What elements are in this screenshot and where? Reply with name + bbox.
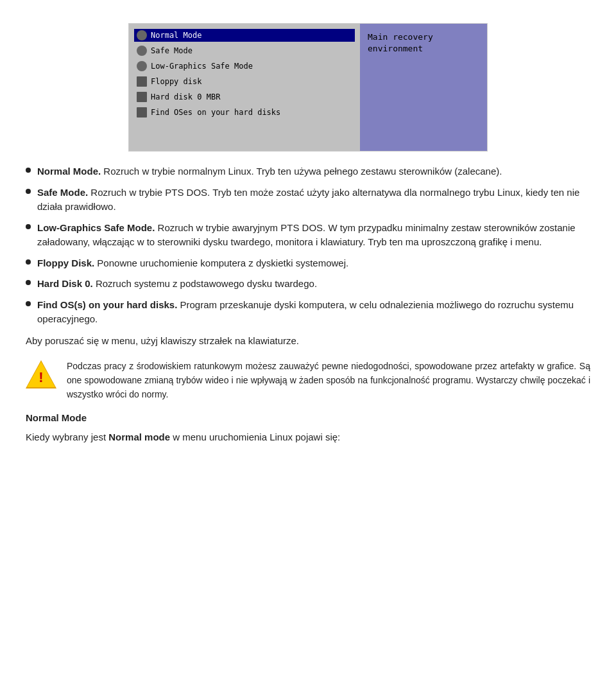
final-text: Kiedy wybrany jest Normal mode w menu ur… xyxy=(26,430,590,445)
bullet-term-5: Find OS(s) on your hard disks. xyxy=(37,299,177,310)
bullet-term-4: Hard Disk 0. xyxy=(37,278,93,289)
bullet-text-0: Normal Mode. Rozruch w trybie normalnym … xyxy=(37,164,502,179)
warning-icon: ! xyxy=(26,359,56,390)
warning-text: Podczas pracy z środowiskiem ratunkowym … xyxy=(67,359,590,402)
bullet-term-2: Low-Graphics Safe Mode. xyxy=(37,222,155,233)
boot-menu-item-icon-2 xyxy=(137,61,147,71)
warning-box: ! Podczas pracy z środowiskiem ratunkowy… xyxy=(26,359,590,402)
boot-menu-list: Normal ModeSafe ModeLow-Graphics Safe Mo… xyxy=(129,24,360,151)
boot-menu-right-text: Main recoveryenvironment xyxy=(368,31,433,55)
boot-menu-item-5: Find OSes on your hard disks xyxy=(134,106,355,119)
boot-menu-item-label-1: Safe Mode xyxy=(151,46,193,55)
bullet-item-3: Floppy Disk. Ponowne uruchomienie komput… xyxy=(26,256,590,271)
bullet-text-5: Find OS(s) on your hard disks. Program p… xyxy=(37,298,590,327)
boot-menu-item-icon-3 xyxy=(137,76,147,87)
boot-menu-item-3: Floppy disk xyxy=(134,75,355,88)
boot-menu-item-icon-1 xyxy=(137,46,147,56)
boot-menu-item-0: Normal Mode xyxy=(134,29,355,42)
bullet-term-3: Floppy Disk. xyxy=(37,257,94,268)
boot-menu-item-label-5: Find OSes on your hard disks xyxy=(151,108,280,117)
bullet-dot-0 xyxy=(26,168,31,173)
bullet-dot-5 xyxy=(26,301,31,306)
bullet-term-1: Safe Mode. xyxy=(37,187,88,198)
bullet-text-3: Floppy Disk. Ponowne uruchomienie komput… xyxy=(37,256,348,271)
bullet-item-5: Find OS(s) on your hard disks. Program p… xyxy=(26,298,590,327)
section-title: Normal Mode xyxy=(26,412,590,423)
boot-menu-image: Normal ModeSafe ModeLow-Graphics Safe Mo… xyxy=(128,23,488,152)
boot-menu-item-2: Low-Graphics Safe Mode xyxy=(134,60,355,73)
bullet-item-2: Low-Graphics Safe Mode. Rozruch w trybie… xyxy=(26,221,590,250)
bullet-term-0: Normal Mode. xyxy=(37,166,101,177)
bullet-dot-3 xyxy=(26,259,31,265)
bullet-text-2: Low-Graphics Safe Mode. Rozruch w trybie… xyxy=(37,221,590,250)
boot-menu-item-label-4: Hard disk 0 MBR xyxy=(151,92,220,101)
bullet-dot-1 xyxy=(26,189,31,194)
navigation-hint: Aby poruszać się w menu, użyj klawiszy s… xyxy=(26,333,590,349)
bullet-item-4: Hard Disk 0. Rozruch systemu z podstawow… xyxy=(26,277,590,292)
boot-menu-item-1: Safe Mode xyxy=(134,44,355,57)
boot-menu-item-label-3: Floppy disk xyxy=(151,77,201,86)
bullet-dot-2 xyxy=(26,224,31,229)
warning-exclamation: ! xyxy=(38,369,43,386)
bullet-item-1: Safe Mode. Rozruch w trybie PTS DOS. Try… xyxy=(26,186,590,214)
boot-menu-item-label-0: Normal Mode xyxy=(151,31,201,40)
bullet-text-1: Safe Mode. Rozruch w trybie PTS DOS. Try… xyxy=(37,186,590,214)
boot-menu-item-icon-5 xyxy=(137,107,147,118)
boot-menu-item-label-2: Low-Graphics Safe Mode xyxy=(151,62,253,71)
boot-menu-item-icon-4 xyxy=(137,92,147,102)
boot-menu-item-4: Hard disk 0 MBR xyxy=(134,91,355,103)
bullet-item-0: Normal Mode. Rozruch w trybie normalnym … xyxy=(26,164,590,179)
boot-menu-item-icon-0 xyxy=(137,30,147,40)
bullet-text-4: Hard Disk 0. Rozruch systemu z podstawow… xyxy=(37,277,317,292)
bullet-dot-4 xyxy=(26,280,31,285)
boot-menu-description: Main recoveryenvironment xyxy=(360,24,487,151)
bullet-list: Normal Mode. Rozruch w trybie normalnym … xyxy=(26,164,590,327)
